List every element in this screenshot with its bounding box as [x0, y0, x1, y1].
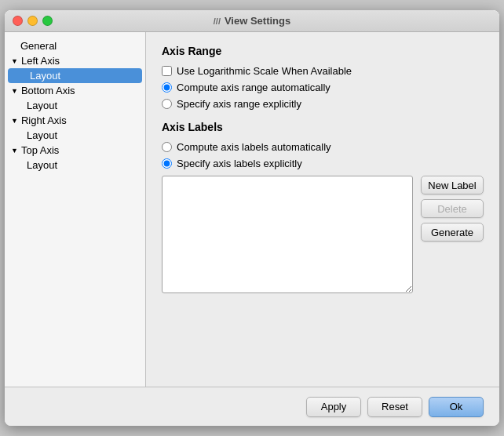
title-text: View Settings — [225, 15, 290, 27]
titlebar: /// View Settings — [5, 10, 499, 32]
sidebar-item-general[interactable]: General — [5, 38, 145, 53]
specify-explicit-labels-row: Specify axis labels explicitly — [162, 158, 484, 169]
compute-auto-range-row: Compute axis range automatically — [162, 82, 484, 93]
labels-area: New Label Delete Generate — [162, 176, 484, 293]
apply-button[interactable]: Apply — [306, 397, 361, 417]
content-area: Axis Range Use Logarithmic Scale When Av… — [146, 32, 499, 387]
footer: Apply Reset Ok — [5, 387, 499, 426]
labels-buttons: New Label Delete Generate — [421, 176, 484, 293]
sidebar-item-right-axis[interactable]: ▼ Right Axis — [5, 113, 145, 128]
reset-button[interactable]: Reset — [367, 397, 422, 417]
specify-explicit-labels-radio[interactable] — [162, 158, 172, 169]
close-button[interactable] — [13, 16, 23, 26]
triangle-icon: ▼ — [11, 57, 18, 65]
sidebar: General ▼ Left Axis Layout ▼ Bottom Axis… — [5, 32, 146, 387]
log-scale-checkbox[interactable] — [162, 66, 172, 76]
compute-auto-labels-row: Compute axis labels automatically — [162, 141, 484, 153]
sidebar-item-top-axis-layout[interactable]: Layout — [5, 158, 145, 173]
sidebar-item-left-axis[interactable]: ▼ Left Axis — [5, 53, 145, 68]
log-scale-label: Use Logarithmic Scale When Available — [177, 65, 352, 77]
main-window: /// View Settings General ▼ Left Axis La… — [5, 10, 499, 426]
triangle-icon: ▼ — [11, 117, 18, 125]
title-decoration: /// — [214, 16, 221, 26]
axis-range-title: Axis Range — [162, 45, 484, 57]
axis-labels-title: Axis Labels — [162, 121, 484, 133]
window-controls — [13, 16, 53, 26]
sidebar-item-bottom-axis-layout[interactable]: Layout — [5, 98, 145, 113]
sidebar-item-bottom-axis[interactable]: ▼ Bottom Axis — [5, 83, 145, 98]
maximize-button[interactable] — [42, 16, 53, 26]
compute-auto-range-radio[interactable] — [162, 82, 172, 93]
compute-auto-labels-label: Compute axis labels automatically — [177, 141, 331, 153]
minimize-button[interactable] — [27, 16, 38, 26]
triangle-icon: ▼ — [11, 87, 18, 95]
specify-explicit-range-row: Specify axis range explicitly — [162, 98, 484, 110]
delete-button[interactable]: Delete — [421, 199, 484, 218]
generate-button[interactable]: Generate — [421, 223, 484, 242]
triangle-icon: ▼ — [11, 147, 18, 154]
log-scale-row: Use Logarithmic Scale When Available — [162, 65, 484, 77]
specify-explicit-range-radio[interactable] — [162, 99, 172, 109]
window-title: /// View Settings — [214, 15, 290, 27]
specify-explicit-range-label: Specify axis range explicitly — [177, 98, 301, 110]
sidebar-item-right-axis-layout[interactable]: Layout — [5, 128, 145, 143]
ok-button[interactable]: Ok — [429, 397, 484, 417]
window-body: General ▼ Left Axis Layout ▼ Bottom Axis… — [5, 32, 499, 387]
new-label-button[interactable]: New Label — [421, 176, 484, 194]
sidebar-item-top-axis[interactable]: ▼ Top Axis — [5, 143, 145, 158]
compute-auto-range-label: Compute axis range automatically — [177, 82, 331, 93]
sidebar-item-left-axis-layout[interactable]: Layout — [8, 68, 142, 83]
labels-textbox[interactable] — [162, 176, 413, 293]
specify-explicit-labels-label: Specify axis labels explicitly — [177, 158, 302, 169]
compute-auto-labels-radio[interactable] — [162, 142, 172, 152]
